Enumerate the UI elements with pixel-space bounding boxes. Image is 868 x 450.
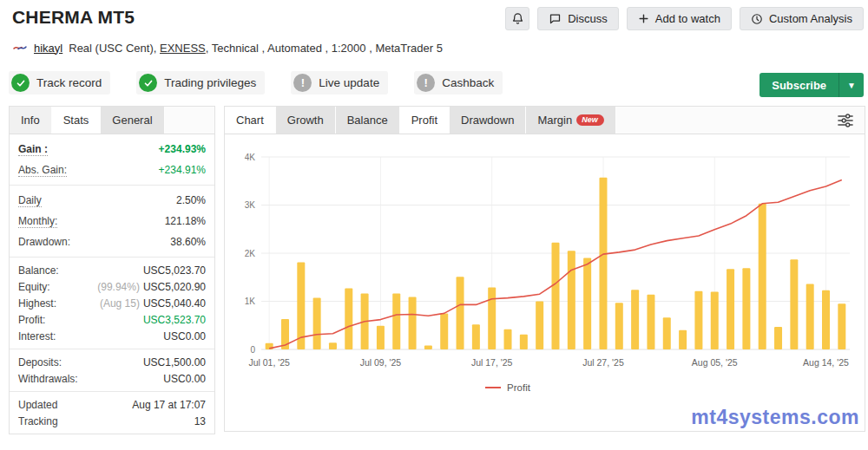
bell-icon: [511, 12, 524, 25]
exclamation-icon: !: [293, 74, 312, 92]
svg-text:Jul 01, '25: Jul 01, '25: [248, 357, 290, 368]
legend-label: Profit: [507, 382, 530, 393]
stat-row-deposits: Deposits: USC1,500.00: [18, 354, 206, 370]
tab-drawdown[interactable]: Drawdown: [450, 107, 526, 134]
withdrawals-label: Withdrawals:: [18, 373, 78, 385]
stat-row-updated: Updated Aug 17 at 17:07: [18, 396, 206, 413]
gain-label[interactable]: Gain :: [18, 143, 48, 156]
stat-row-drawdown: Drawdown: 38.60%: [18, 232, 206, 252]
profit-chart[interactable]: 01K2K3K4KJul 01, '25Jul 09, '25Jul 17, '…: [225, 134, 865, 393]
account-row: hikayl Real (USC Cent), EXNESS, Technica…: [0, 30, 868, 55]
custom-analysis-button[interactable]: Custom Analysis: [740, 7, 864, 30]
deposits-group: Deposits: USC1,500.00 Withdrawals: USC0.…: [10, 349, 214, 392]
interest-value: USC0.00: [163, 330, 206, 342]
tab-growth[interactable]: Growth: [276, 107, 336, 134]
stat-row-balance: Balance: USC5,023.70: [18, 262, 206, 278]
discuss-button[interactable]: Discuss: [537, 7, 619, 30]
live-update-label: Live update: [319, 76, 379, 89]
tab-chart: Chart: [225, 107, 276, 134]
tracking-label: Tracking: [18, 415, 58, 427]
highest-value: (Aug 15)USC5,040.40: [100, 297, 206, 310]
chart-settings-icon[interactable]: [837, 113, 854, 128]
username-link[interactable]: hikayl: [34, 42, 62, 55]
tab-profit[interactable]: Profit: [400, 107, 450, 134]
cashback-badge[interactable]: ! Cashback: [414, 71, 503, 95]
drawdown-label: Drawdown:: [18, 236, 70, 248]
tracking-value: 13: [194, 415, 206, 427]
live-update-badge[interactable]: ! Live update: [291, 71, 388, 95]
tab-info[interactable]: Info: [10, 107, 52, 134]
track-record-label: Track record: [36, 76, 102, 89]
main: Info Stats General Gain : +234.93% Abs. …: [0, 95, 868, 434]
legend-line-swatch: [485, 387, 501, 388]
tab-margin[interactable]: MarginNew: [526, 107, 615, 134]
profit-chart-canvas[interactable]: 01K2K3K4KJul 01, '25Jul 09, '25Jul 17, '…: [230, 147, 858, 374]
add-to-watch-button[interactable]: Add to watch: [627, 7, 732, 30]
track-record-badge[interactable]: Track record: [9, 71, 110, 95]
monthly-value: 121.18%: [165, 215, 206, 227]
chevron-down-icon[interactable]: ▼: [838, 73, 864, 97]
account-details: Real (USC Cent), EXNESS, Technical , Aut…: [69, 42, 443, 55]
trading-privileges-badge[interactable]: Trading privileges: [136, 71, 265, 95]
account-type: Real (USC Cent),: [69, 42, 156, 55]
gain-value: +234.93%: [159, 143, 206, 155]
notifications-button[interactable]: [505, 7, 529, 30]
equity-label: Equity:: [18, 281, 50, 293]
stats-panel: Info Stats General Gain : +234.93% Abs. …: [9, 106, 215, 434]
equity-percent: (99.94%): [97, 281, 140, 293]
profit-label: Profit:: [18, 314, 45, 326]
rates-group: Daily 2.50% Monthly: 121.18% Drawdown: 3…: [10, 186, 214, 258]
highest-date: (Aug 15): [100, 297, 140, 310]
svg-text:Jul 09, '25: Jul 09, '25: [360, 357, 402, 368]
broker-link[interactable]: EXNESS: [160, 42, 206, 55]
tab-stats[interactable]: Stats: [52, 107, 102, 134]
new-badge: New: [576, 114, 604, 126]
equity-value: (99.94%)USC5,020.90: [97, 281, 206, 293]
plus-icon: [638, 13, 649, 24]
clock-icon: [751, 13, 763, 25]
check-icon: [11, 74, 30, 92]
svg-text:4K: 4K: [245, 153, 256, 162]
profit-value: USC3,523.70: [143, 314, 206, 326]
drawdown-value: 38.60%: [170, 236, 206, 248]
svg-text:Jul 27, '25: Jul 27, '25: [582, 357, 624, 368]
speech-bubble-icon: [549, 12, 562, 25]
interest-label: Interest:: [18, 330, 56, 342]
svg-text:0: 0: [250, 345, 255, 355]
chart-legend: Profit: [230, 382, 786, 393]
stat-row-profit: Profit: USC3,523.70: [18, 311, 206, 328]
daily-label[interactable]: Daily: [18, 194, 42, 207]
stat-row-monthly: Monthly: 121.18%: [18, 211, 206, 232]
abs-gain-value: +234.91%: [159, 164, 206, 176]
deposits-label: Deposits:: [18, 356, 62, 368]
tab-balance[interactable]: Balance: [336, 107, 400, 134]
cashback-label: Cashback: [442, 76, 494, 89]
svg-text:1K: 1K: [245, 297, 256, 306]
add-to-watch-label: Add to watch: [655, 12, 720, 25]
check-icon: [139, 74, 157, 92]
abs-gain-label[interactable]: Abs. Gain:: [18, 164, 67, 177]
chart-tabs: Chart Growth Balance Profit Drawdown Mar…: [225, 107, 865, 134]
tab-general[interactable]: General: [101, 107, 164, 134]
stat-row-equity: Equity: (99.94%)USC5,020.90: [18, 278, 206, 295]
exclamation-icon: !: [417, 74, 435, 92]
svg-text:3K: 3K: [245, 200, 256, 210]
stat-row-abs-gain: Abs. Gain: +234.91%: [18, 160, 206, 180]
monthly-label[interactable]: Monthly:: [18, 215, 57, 228]
gain-group: Gain : +234.93% Abs. Gain: +234.91%: [10, 134, 214, 186]
stat-row-withdrawals: Withdrawals: USC0.00: [18, 370, 206, 387]
stat-row-tracking: Tracking 13: [18, 413, 206, 429]
trading-privileges-label: Trading privileges: [164, 76, 256, 89]
balance-value: USC5,023.70: [143, 264, 206, 277]
highest-label: Highest:: [18, 297, 56, 310]
daily-value: 2.50%: [176, 194, 206, 206]
header-actions: Discuss Add to watch Custom Analysis: [505, 7, 864, 30]
page: CHERMA MT5 Discuss Add to watch: [0, 0, 868, 450]
account-meta: , Technical , Automated , 1:2000 , MetaT…: [206, 42, 443, 55]
deposits-value: USC1,500.00: [143, 356, 206, 368]
stat-row-highest: Highest: (Aug 15)USC5,040.40: [18, 295, 206, 311]
subscribe-label: Subscribe: [760, 73, 838, 97]
subscribe-button[interactable]: Subscribe ▼: [760, 73, 864, 97]
page-title: CHERMA MT5: [12, 7, 135, 28]
watermark: mt4systems.com: [691, 406, 859, 429]
